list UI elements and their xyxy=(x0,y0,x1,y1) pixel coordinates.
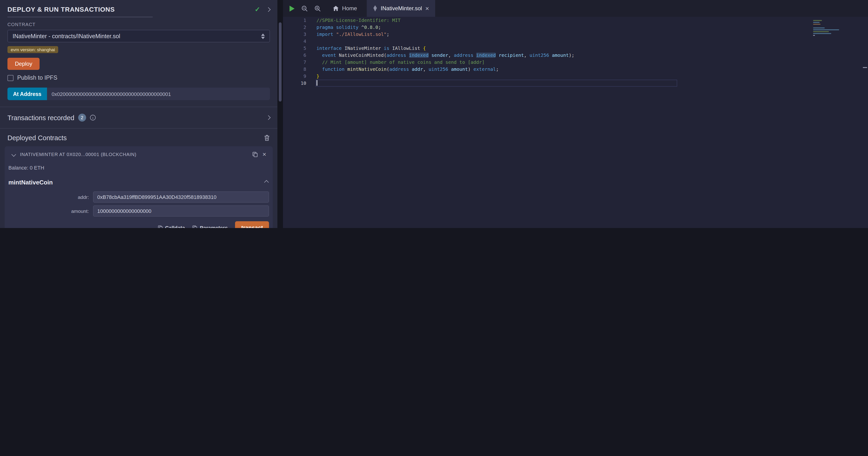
deploy-run-panel: DEPLOY & RUN TRANSACTIONS ✓ CONTRACT INa… xyxy=(0,0,277,228)
tab-label: INativeMinter.sol xyxy=(381,5,422,12)
code-line xyxy=(316,80,574,87)
copy-parameters-button[interactable]: Parameters xyxy=(192,225,228,228)
function-name: mintNativeCoin xyxy=(8,179,53,186)
chevron-down-icon[interactable] xyxy=(11,152,16,156)
transactions-count-badge: 2 xyxy=(78,114,86,121)
tab-label: Home xyxy=(342,5,357,12)
code-editor[interactable]: 12345678910 //SPDX-License-Identifier: M… xyxy=(283,17,868,228)
publish-ipfs-checkbox[interactable] xyxy=(7,75,13,81)
field-label: amount: xyxy=(5,208,93,214)
line-number: 1 xyxy=(283,17,306,24)
line-number: 2 xyxy=(283,24,306,31)
code-line: import "./IAllowList.sol"; xyxy=(316,31,574,38)
remix-ide-window: DEPLOY & RUN TRANSACTIONS ✓ CONTRACT INa… xyxy=(0,0,868,228)
addr-field[interactable] xyxy=(93,192,269,203)
home-icon xyxy=(333,6,339,11)
function-field-row: addr: xyxy=(5,192,269,203)
line-number: 3 xyxy=(283,31,306,38)
deploy-button[interactable]: Deploy xyxy=(7,58,40,70)
parameters-link-label: Parameters xyxy=(200,225,228,228)
editor-code[interactable]: //SPDX-License-Identifier: MITpragma sol… xyxy=(316,17,574,87)
at-address-button[interactable]: At Address xyxy=(7,88,47,100)
close-icon[interactable]: × xyxy=(425,5,429,12)
close-icon[interactable]: × xyxy=(262,151,266,158)
line-number: 8 xyxy=(283,66,306,73)
at-address-input[interactable] xyxy=(47,88,270,100)
code-line: interface INativeMinter is IAllowList { xyxy=(316,45,574,52)
chevron-right-icon[interactable] xyxy=(266,115,271,120)
text-cursor xyxy=(316,80,317,86)
tab-home[interactable]: Home xyxy=(327,0,363,17)
chevron-up-icon[interactable] xyxy=(264,180,269,185)
field-label: addr: xyxy=(5,194,93,200)
instance-title: INATIVEMINTER AT 0X020...00001 (BLOCKCHA… xyxy=(20,152,248,157)
amount-field[interactable] xyxy=(93,205,269,217)
deployed-contracts-header: Deployed Contracts xyxy=(0,129,277,146)
deployed-contracts-title: Deployed Contracts xyxy=(7,134,67,142)
code-line: } xyxy=(316,73,574,80)
minimap[interactable] xyxy=(813,19,860,37)
copy-calldata-button[interactable]: Calldata xyxy=(158,225,185,228)
line-number: 6 xyxy=(283,52,306,59)
panel-title: DEPLOY & RUN TRANSACTIONS xyxy=(7,6,255,13)
line-number: 7 xyxy=(283,59,306,66)
copy-icon[interactable] xyxy=(252,151,258,157)
run-script-icon[interactable] xyxy=(289,5,295,12)
publish-ipfs-row: Publish to IPFS xyxy=(7,75,270,81)
contract-section: CONTRACT INativeMinter - contracts/INati… xyxy=(0,17,277,107)
code-line: event NativeCoinMinted(address indexed s… xyxy=(316,52,574,59)
transactions-recorded-row[interactable]: Transactions recorded 2 xyxy=(0,107,277,128)
function-panel-header[interactable]: mintNativeCoin xyxy=(5,175,273,189)
contract-instance-card: INATIVEMINTER AT 0X020...00001 (BLOCKCHA… xyxy=(5,146,273,228)
function-actions-row: Calldata Parameters transact xyxy=(8,221,269,228)
transact-button[interactable]: transact xyxy=(235,221,269,228)
function-field-row: amount: xyxy=(5,205,269,217)
code-line xyxy=(316,38,574,45)
evm-version-badge: evm version: shanghai xyxy=(7,46,58,53)
code-line: function mintNativeCoin(address addr, ui… xyxy=(316,66,574,73)
line-number: 5 xyxy=(283,45,306,52)
panel-header: DEPLOY & RUN TRANSACTIONS ✓ xyxy=(0,0,277,15)
calldata-link-label: Calldata xyxy=(165,225,185,228)
contract-select[interactable]: INativeMinter - contracts/INativeMinter.… xyxy=(7,30,270,42)
contract-label: CONTRACT xyxy=(7,22,270,27)
panel-resize-gutter[interactable] xyxy=(277,0,283,228)
info-icon[interactable] xyxy=(90,115,96,121)
code-line: // Mint [amount] number of native coins … xyxy=(316,59,574,66)
instance-balance: Balance: 0 ETH xyxy=(5,161,273,175)
transactions-recorded-label: Transactions recorded xyxy=(7,114,74,121)
tab-inativeminter[interactable]: INativeMinter.sol × xyxy=(367,0,435,17)
chevron-right-icon[interactable] xyxy=(266,7,271,12)
instance-header[interactable]: INATIVEMINTER AT 0X020...00001 (BLOCKCHA… xyxy=(5,146,273,161)
zoom-out-icon[interactable] xyxy=(301,5,308,12)
panel-scrollbar-thumb[interactable] xyxy=(279,22,282,102)
editor-tabbar: Home INativeMinter.sol × xyxy=(283,0,868,17)
line-number: 9 xyxy=(283,73,306,80)
editor-gutter[interactable]: 12345678910 xyxy=(283,17,306,87)
code-line: pragma solidity ^0.8.0; xyxy=(316,24,574,31)
publish-ipfs-label: Publish to IPFS xyxy=(17,75,57,81)
cursor-position-marker xyxy=(863,67,867,68)
clear-instances-button[interactable] xyxy=(264,135,270,141)
solidity-icon xyxy=(373,5,377,12)
code-line: //SPDX-License-Identifier: MIT xyxy=(316,17,574,24)
contract-select-value: INativeMinter - contracts/INativeMinter.… xyxy=(12,33,120,39)
line-number: 10 xyxy=(283,80,306,87)
overview-ruler[interactable] xyxy=(862,17,868,228)
select-caret-icon xyxy=(261,33,265,39)
main-area: Home INativeMinter.sol × 12345678910 //S… xyxy=(283,0,868,228)
at-address-row: At Address xyxy=(7,88,270,100)
check-icon: ✓ xyxy=(255,6,260,13)
line-number: 4 xyxy=(283,38,306,45)
zoom-in-icon[interactable] xyxy=(314,5,321,12)
